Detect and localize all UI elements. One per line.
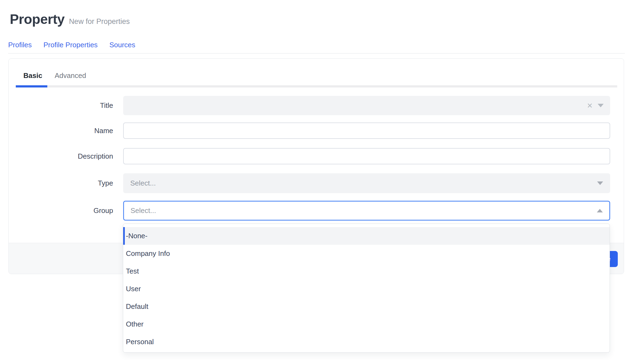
description-input[interactable] xyxy=(123,148,610,164)
page: Property New for Properties Profiles Pro… xyxy=(0,0,633,364)
type-label: Type xyxy=(9,173,113,193)
chevron-down-icon xyxy=(598,104,604,107)
dropdown-option-company-info[interactable]: Company Info xyxy=(123,245,610,262)
header-divider xyxy=(8,53,625,54)
name-input[interactable] xyxy=(123,123,610,139)
group-select[interactable]: Select... xyxy=(123,201,610,221)
type-select-placeholder: Select... xyxy=(130,179,156,187)
name-label: Name xyxy=(9,123,113,139)
dropdown-option-other[interactable]: Other xyxy=(123,315,610,333)
dropdown-option-test[interactable]: Test xyxy=(123,262,610,280)
nav-link-profile-properties[interactable]: Profile Properties xyxy=(44,41,98,49)
tab-basic[interactable]: Basic xyxy=(23,71,42,80)
dropdown-option-personal[interactable]: Personal xyxy=(123,333,610,351)
nav-link-sources[interactable]: Sources xyxy=(109,41,135,49)
clear-icon[interactable]: ✕ xyxy=(587,102,593,109)
title-select[interactable]: ✕ xyxy=(123,96,610,115)
group-dropdown-menu: -None- Company Info Test User Default Ot… xyxy=(123,224,610,353)
dropdown-option-user[interactable]: User xyxy=(123,280,610,298)
page-header: Property New for Properties xyxy=(10,11,130,27)
dropdown-option-default[interactable]: Default xyxy=(123,298,610,315)
module-nav: Profiles Profile Properties Sources xyxy=(8,41,135,49)
group-select-placeholder: Select... xyxy=(131,206,156,215)
page-subtitle: New for Properties xyxy=(69,17,130,26)
tab-underline-track xyxy=(16,85,617,87)
page-title: Property xyxy=(10,11,65,27)
nav-link-profiles[interactable]: Profiles xyxy=(8,41,32,49)
title-label: Title xyxy=(9,96,113,115)
chevron-down-icon xyxy=(597,181,603,185)
tab-active-indicator xyxy=(16,85,47,87)
group-label: Group xyxy=(9,201,113,221)
description-label: Description xyxy=(9,148,113,164)
dropdown-option-none[interactable]: -None- xyxy=(123,227,610,245)
tab-advanced[interactable]: Advanced xyxy=(55,71,86,80)
type-select[interactable]: Select... xyxy=(123,173,610,193)
chevron-up-icon xyxy=(597,209,603,212)
